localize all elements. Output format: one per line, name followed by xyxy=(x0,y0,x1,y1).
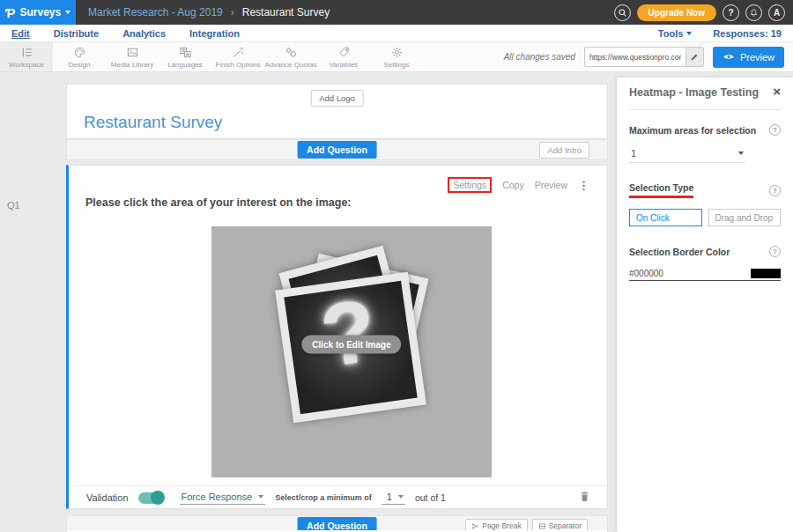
max-areas-label: Maximum areas for selection xyxy=(629,125,756,136)
responses-count[interactable]: Responses: 19 xyxy=(713,28,782,39)
tool-label: Design xyxy=(69,61,91,69)
tool-advance-quotas[interactable]: Advance Quotas xyxy=(264,42,317,71)
more-vertical-icon[interactable]: ⋮ xyxy=(578,179,589,192)
tool-variables[interactable]: Variables xyxy=(317,42,370,71)
chevron-down-icon xyxy=(738,151,744,155)
survey-url-box xyxy=(584,47,704,67)
question-preview-button[interactable]: Preview xyxy=(535,180,567,190)
force-response-value: Force Response xyxy=(182,491,253,502)
panel-divider xyxy=(629,109,781,110)
delete-question-button[interactable] xyxy=(580,490,589,506)
drag-and-drop-button[interactable]: Drag and Drop xyxy=(708,209,782,226)
tool-label: Workspace xyxy=(9,61,44,69)
edit-url-button[interactable] xyxy=(686,48,703,66)
survey-header-card: Add Logo Restaurant Survey xyxy=(66,84,608,139)
chevron-down-icon xyxy=(398,495,404,499)
min-selection-dropdown[interactable]: 1 xyxy=(382,491,405,505)
border-color-field[interactable]: #000000 xyxy=(629,269,781,281)
tool-finish-options[interactable]: Finish Options xyxy=(211,42,264,71)
question-copy-button[interactable]: Copy xyxy=(502,180,524,190)
surveys-menu-label: Surveys xyxy=(20,6,62,18)
question-number: Q1 xyxy=(7,200,20,211)
survey-title[interactable]: Restaurant Survey xyxy=(84,113,222,132)
tool-workspace[interactable]: Workspace xyxy=(0,42,53,71)
validation-toggle[interactable] xyxy=(138,492,163,504)
module-nav-right: Tools Responses: 19 xyxy=(658,28,782,39)
pencil-icon xyxy=(690,53,699,62)
settings-gear-icon xyxy=(390,46,404,59)
toolbar-right: All changes saved Preview xyxy=(504,42,793,71)
nav-edit[interactable]: Edit xyxy=(11,28,30,39)
topbar-actions: Upgrade Now ? A xyxy=(614,4,793,21)
surveys-menu[interactable]: Ƥ Surveys xyxy=(0,0,76,25)
out-of-label: out of 1 xyxy=(415,492,446,503)
heatmap-image-placeholder[interactable]: ? Click to Edit Image xyxy=(211,226,492,477)
page-break-scissors-icon xyxy=(471,522,479,530)
question-card: Settings Copy Preview ⋮ Please click the… xyxy=(66,165,608,509)
tool-languages[interactable]: Languages xyxy=(159,42,211,71)
add-logo-button[interactable]: Add Logo xyxy=(310,90,364,107)
tools-menu[interactable]: Tools xyxy=(658,28,693,39)
top-navbar: Ƥ Surveys Market Research - Aug 2019 › R… xyxy=(0,0,793,25)
border-color-swatch[interactable] xyxy=(751,269,781,278)
tool-label: Media Library xyxy=(111,61,153,69)
max-areas-select[interactable]: 1 xyxy=(629,148,745,163)
question-text[interactable]: Please click the area of your interest o… xyxy=(85,196,352,209)
on-click-button[interactable]: On Click xyxy=(629,209,702,226)
tool-label: Settings xyxy=(384,61,410,69)
languages-icon xyxy=(179,46,192,59)
breadcrumb-separator-icon: › xyxy=(231,6,234,18)
nav-distribute[interactable]: Distribute xyxy=(54,28,99,39)
preview-button[interactable]: Preview xyxy=(713,47,784,68)
min-selection-value: 1 xyxy=(387,491,392,502)
nav-integration[interactable]: Integration xyxy=(189,28,240,39)
question-actions: Settings Copy Preview ⋮ xyxy=(448,177,589,193)
nav-analytics[interactable]: Analytics xyxy=(122,28,166,39)
avatar[interactable]: A xyxy=(768,4,785,21)
max-areas-value: 1 xyxy=(631,148,636,159)
help-button[interactable]: ? xyxy=(723,4,739,21)
upgrade-now-button[interactable]: Upgrade Now xyxy=(637,4,716,21)
notifications-button[interactable] xyxy=(745,4,762,21)
breadcrumb: Market Research - Aug 2019 › Restaurant … xyxy=(88,6,330,18)
breadcrumb-parent[interactable]: Market Research - Aug 2019 xyxy=(88,6,223,18)
question-settings-panel: Heatmap - Image Testing × Maximum areas … xyxy=(617,78,793,532)
survey-url-input[interactable] xyxy=(585,53,686,62)
search-button[interactable] xyxy=(614,4,631,21)
advance-quotas-icon xyxy=(285,46,298,59)
add-question-button[interactable]: Add Question xyxy=(297,141,377,159)
variables-tag-icon xyxy=(337,46,351,59)
tool-design[interactable]: Design xyxy=(53,42,106,71)
search-icon xyxy=(618,8,627,18)
eye-icon xyxy=(723,53,735,61)
help-icon[interactable]: ? xyxy=(769,124,781,136)
selection-type-label: Selection Type xyxy=(629,182,693,198)
question-settings-button[interactable]: Settings xyxy=(448,177,492,193)
finish-options-wand-icon xyxy=(232,46,245,59)
validation-row: Validation Force Response Select/crop a … xyxy=(69,485,607,509)
questionpro-logo-icon: Ƥ xyxy=(5,6,16,19)
chevron-down-icon xyxy=(686,32,692,35)
tool-settings[interactable]: Settings xyxy=(370,42,423,71)
editor-toolbar: Workspace Design Media Library Languages… xyxy=(0,42,793,72)
help-icon[interactable]: ? xyxy=(769,246,781,257)
tool-label: Variables xyxy=(330,61,359,69)
tool-label: Finish Options xyxy=(215,61,260,69)
validation-label: Validation xyxy=(86,492,129,503)
question-mark-icon: ? xyxy=(275,274,422,393)
media-library-icon xyxy=(126,46,139,59)
breadcrumb-current: Restaurant Survey xyxy=(242,6,330,18)
bell-icon xyxy=(749,8,759,18)
close-icon[interactable]: × xyxy=(773,86,781,97)
tool-media-library[interactable]: Media Library xyxy=(106,42,159,71)
help-icon[interactable]: ? xyxy=(769,185,781,196)
tools-menu-label: Tools xyxy=(658,28,684,39)
add-intro-button[interactable]: Add Intro xyxy=(539,142,589,159)
force-response-dropdown[interactable]: Force Response xyxy=(180,491,266,505)
selection-type-buttons: On Click Drag and Drop xyxy=(629,209,781,226)
module-nav: Edit Distribute Analytics Integration To… xyxy=(0,25,793,42)
border-color-label: Selection Border Color xyxy=(629,247,730,257)
tool-label: Languages xyxy=(167,61,203,69)
chevron-down-icon xyxy=(258,495,263,499)
click-to-edit-image-button[interactable]: Click to Edit Image xyxy=(301,335,401,353)
